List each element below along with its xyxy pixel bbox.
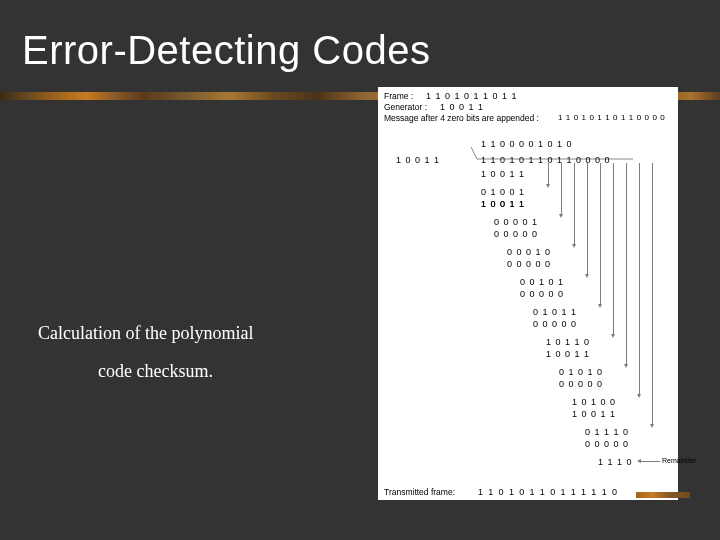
generator-value: 1 0 0 1 1 <box>440 102 484 112</box>
subtitle-line-2: code checksum. <box>98 353 338 391</box>
bringdown-arrow-icon <box>652 163 653 425</box>
remainder-label: Remainder <box>662 457 696 464</box>
slide-title: Error-Detecting Codes <box>22 28 430 73</box>
slide-subtitle: Calculation of the polynomial code check… <box>38 315 338 391</box>
step-16: 1 0 1 0 0 <box>572 397 616 407</box>
divisor-left: 1 0 0 1 1 <box>396 155 440 165</box>
step-18: 0 1 1 1 0 <box>585 427 629 437</box>
bringdown-arrow-icon <box>626 163 627 365</box>
transmitted-value: 1 1 0 1 0 1 1 0 1 1 1 1 1 0 <box>478 487 618 497</box>
step-11: 0 0 0 0 0 <box>533 319 577 329</box>
step-17: 1 0 0 1 1 <box>572 409 616 419</box>
generator-label: Generator : <box>384 102 427 112</box>
transmitted-label: Transmitted frame: <box>384 487 455 497</box>
step-12: 1 0 1 1 0 <box>546 337 590 347</box>
step-19: 0 0 0 0 0 <box>585 439 629 449</box>
step-14: 0 1 0 1 0 <box>559 367 603 377</box>
decorative-strip <box>636 492 690 498</box>
appended-label: Message after 4 zero bits are appended : <box>384 113 539 123</box>
step-20: 1 1 1 0 <box>598 457 633 467</box>
step-0: 1 0 0 1 1 <box>481 169 525 179</box>
bringdown-arrow-icon <box>587 163 588 275</box>
frame-value: 1 1 0 1 0 1 1 0 1 1 <box>426 91 518 101</box>
step-15: 0 0 0 0 0 <box>559 379 603 389</box>
dividend: 1 1 0 1 0 1 1 0 1 1 0 0 0 0 <box>481 155 611 165</box>
step-6: 0 0 0 1 0 <box>507 247 551 257</box>
bringdown-arrow-icon <box>613 163 614 335</box>
step-8: 0 0 1 0 1 <box>520 277 564 287</box>
slide: Error-Detecting Codes Calculation of the… <box>0 0 720 540</box>
bringdown-arrow-icon <box>639 163 640 395</box>
remainder-arrow-icon <box>640 461 660 462</box>
step-9: 0 0 0 0 0 <box>520 289 564 299</box>
step-10: 0 1 0 1 1 <box>533 307 577 317</box>
bringdown-arrow-icon <box>548 163 549 185</box>
step-13: 1 0 0 1 1 <box>546 349 590 359</box>
step-5: 0 0 0 0 0 <box>494 229 538 239</box>
appended-value: 1 1 0 1 0 1 1 0 1 1 0 0 0 0 <box>558 113 665 122</box>
step-7: 0 0 0 0 0 <box>507 259 551 269</box>
step-4: 0 0 0 0 1 <box>494 217 538 227</box>
frame-label: Frame : <box>384 91 413 101</box>
subtitle-line-1: Calculation of the polynomial <box>38 315 338 353</box>
step-1: 0 1 0 0 1 <box>481 187 525 197</box>
bringdown-arrow-icon <box>600 163 601 305</box>
bringdown-arrow-icon <box>561 163 562 215</box>
bringdown-arrow-icon <box>574 163 575 245</box>
step-3: 1 0 0 1 1 <box>481 199 525 209</box>
crc-diagram: Frame : 1 1 0 1 0 1 1 0 1 1 Generator : … <box>378 87 678 500</box>
